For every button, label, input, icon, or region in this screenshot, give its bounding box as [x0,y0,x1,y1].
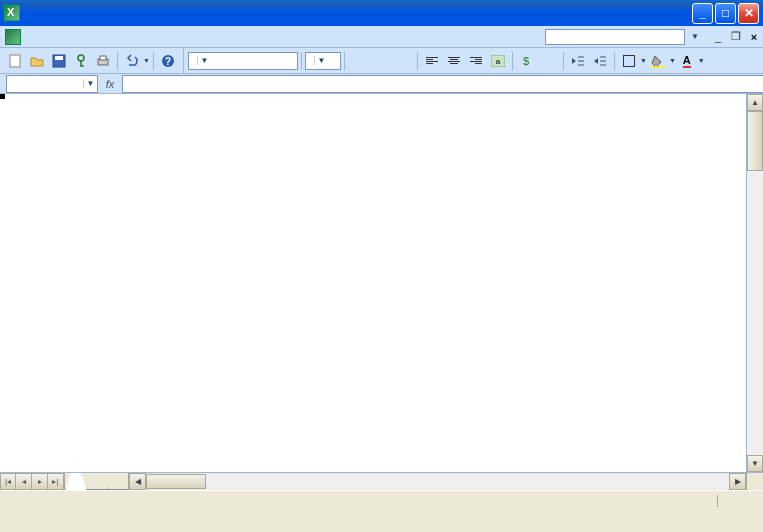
font-name-select[interactable]: ▼ [188,52,298,70]
formula-input[interactable] [122,75,763,93]
status-empty [717,495,757,507]
bold-button[interactable] [349,51,369,71]
svg-rect-17 [651,66,665,68]
fx-icon[interactable]: fx [98,78,122,90]
maximize-button[interactable]: □ [715,3,736,24]
menu-help[interactable] [140,35,154,39]
minimize-button[interactable]: _ [692,3,713,24]
doc-minimize-button[interactable]: _ [710,30,726,44]
scroll-track[interactable] [146,474,729,489]
chevron-down-icon: ▼ [197,56,211,65]
svg-text:$: $ [523,55,529,67]
doc-close-button[interactable]: × [746,30,762,44]
status-bar [0,490,763,510]
fontcolor-dropdown-icon[interactable]: ▼ [698,57,705,64]
permission-button[interactable] [71,51,91,71]
svg-rect-0 [10,55,20,67]
merge-center-button[interactable]: a [488,51,508,71]
align-right-button[interactable] [466,51,486,71]
menu-edit[interactable] [42,35,56,39]
title-bar: _ □ ✕ [0,0,763,26]
new-button[interactable] [5,51,25,71]
doc-restore-button[interactable]: ❐ [728,30,744,44]
menu-file[interactable] [28,35,42,39]
excel-icon [4,5,20,21]
spreadsheet-grid[interactable] [0,94,746,472]
borders-button[interactable] [619,51,639,71]
tab-nav: |◂ ◂ ▸ ▸| [0,473,65,490]
horizontal-scrollbar[interactable]: ◀ ▶ [128,473,746,490]
help-button[interactable]: ? [158,51,178,71]
fill-handle[interactable] [0,94,5,99]
svg-text:?: ? [165,56,171,67]
close-button[interactable]: ✕ [738,3,759,24]
help-search-input[interactable] [545,29,685,45]
tab-next-button[interactable]: ▸ [32,473,48,490]
name-box[interactable]: ▼ [6,75,98,93]
sheet-tabs-row: |◂ ◂ ▸ ▸| ◀ ▶ [0,472,763,490]
menu-insert[interactable] [70,35,84,39]
underline-button[interactable] [393,51,413,71]
tab-prev-button[interactable]: ◂ [16,473,32,490]
toolbar: ▼ ? ▼ ▼ a $ ▼ ▼ A ▼ [0,48,763,74]
menu-view[interactable] [56,35,70,39]
open-button[interactable] [27,51,47,71]
tab-first-button[interactable]: |◂ [0,473,16,490]
chevron-down-icon: ▼ [83,79,97,88]
selection-border [0,94,4,98]
help-search-arrow-icon[interactable]: ▼ [691,32,699,41]
undo-dropdown-icon[interactable]: ▼ [143,57,150,64]
decrease-indent-button[interactable] [568,51,588,71]
scroll-thumb[interactable] [146,474,206,489]
save-button[interactable] [49,51,69,71]
percent-button[interactable] [539,51,559,71]
scroll-thumb[interactable] [747,111,763,171]
chevron-down-icon: ▼ [314,56,328,65]
sheet-tab-1[interactable] [65,473,87,490]
scroll-down-button[interactable]: ▼ [747,455,763,472]
grid-area: ▲ ▼ [0,94,763,472]
fill-dropdown-icon[interactable]: ▼ [669,57,676,64]
scroll-up-button[interactable]: ▲ [747,94,763,111]
font-size-select[interactable]: ▼ [305,52,341,70]
scroll-left-button[interactable]: ◀ [129,473,146,490]
fill-color-button[interactable] [648,51,668,71]
scroll-track[interactable] [747,111,763,455]
vertical-scrollbar[interactable]: ▲ ▼ [746,94,763,472]
italic-button[interactable] [371,51,391,71]
menu-format[interactable] [84,35,98,39]
menu-bar: ▼ _ ❐ × [0,26,763,48]
svg-rect-5 [100,56,106,60]
print-button[interactable] [93,51,113,71]
doc-icon[interactable] [4,28,22,46]
font-color-button[interactable]: A [677,51,697,71]
menu-window[interactable] [126,35,140,39]
formula-bar: ▼ fx [0,74,763,94]
sheet-tab-2[interactable] [86,473,108,490]
align-center-button[interactable] [444,51,464,71]
menu-tools[interactable] [98,35,112,39]
currency-button[interactable]: $ [517,51,537,71]
undo-button[interactable] [122,51,142,71]
menu-data[interactable] [112,35,126,39]
svg-text:a: a [496,57,501,66]
svg-rect-2 [55,56,63,60]
scroll-right-button[interactable]: ▶ [729,473,746,490]
align-left-button[interactable] [422,51,442,71]
increase-indent-button[interactable] [590,51,610,71]
borders-dropdown-icon[interactable]: ▼ [640,57,647,64]
sheet-tab-3[interactable] [107,473,129,490]
tab-last-button[interactable]: ▸| [48,473,64,490]
